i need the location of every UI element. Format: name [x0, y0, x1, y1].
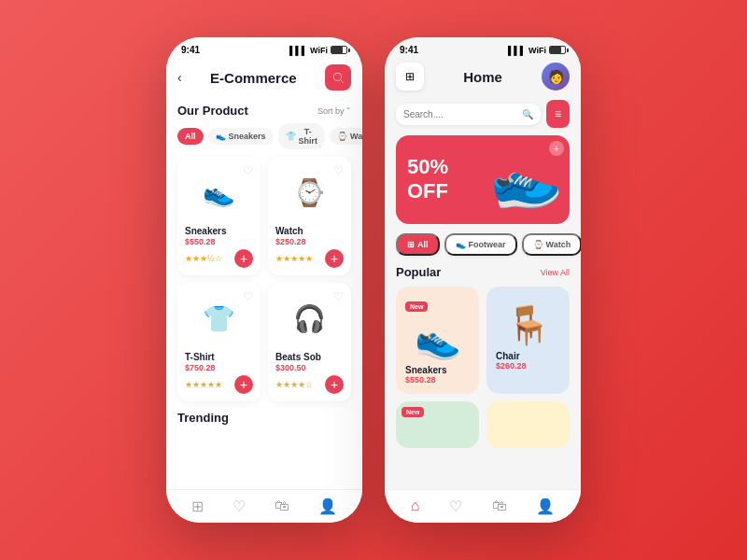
user-avatar[interactable]: 🧑 [542, 63, 570, 91]
watch-add-button[interactable]: + [325, 249, 344, 268]
search-icon [331, 71, 345, 84]
tshirt-name: T-Shirt [185, 352, 253, 362]
promo-percent: 50% [407, 156, 448, 178]
sneakers-stars-row: ★★★½☆ + [185, 249, 253, 268]
nav-cart-left[interactable]: 🛍 [275, 497, 289, 515]
beats-add-button[interactable]: + [325, 375, 344, 394]
view-all-button[interactable]: View All [541, 268, 570, 277]
left-screen-content: Our Product Sort by ˅ All 👟 Sneakers 👕 T… [166, 96, 362, 489]
favorites-icon-left: ♡ [233, 497, 246, 515]
beats-name: Beats Sob [275, 352, 344, 362]
popular-sneakers-price: $550.28 [405, 375, 470, 385]
time-left: 9:41 [181, 45, 200, 55]
profile-icon-left: 👤 [318, 497, 337, 515]
wifi-icon-right: WiFi [529, 46, 546, 55]
product-card-watch: ♡ ⌚ Watch $250.28 ★★★★★ + [268, 157, 351, 275]
sneakers-tab-label: Sneakers [229, 132, 266, 141]
nav-profile-left[interactable]: 👤 [318, 497, 337, 515]
promo-off: OFF [407, 179, 448, 203]
beats-stars: ★★★★☆ [275, 380, 313, 389]
popular-chair-name: Chair [496, 351, 560, 361]
cart-icon-left: 🛍 [275, 497, 289, 514]
search-header-button[interactable] [325, 64, 351, 91]
filter-tab-all[interactable]: All [177, 128, 204, 145]
heart-beats[interactable]: ♡ [333, 290, 344, 303]
status-bar-right: 9:41 ▌▌▌ WiFi [385, 37, 581, 57]
nav-home-right[interactable]: ⌂ [411, 497, 420, 515]
nav-favorites-right[interactable]: ♡ [449, 497, 462, 515]
right-phone: 9:41 ▌▌▌ WiFi ⊞ Home 🧑 🔍 ≡ [385, 37, 581, 523]
product-card-beats: ♡ 🎧 Beats Sob $300.50 ★★★★☆ + [268, 283, 351, 401]
sneakers-stars: ★★★½☆ [185, 254, 222, 263]
cart-icon-right: 🛍 [492, 497, 507, 514]
search-input[interactable] [403, 109, 522, 119]
nav-profile-right[interactable]: 👤 [536, 497, 555, 515]
sort-by-label[interactable]: Sort by ˅ [317, 106, 351, 116]
battery-icon-right [549, 46, 566, 54]
favorites-icon-right: ♡ [449, 497, 462, 515]
heart-tshirt[interactable]: ♡ [243, 290, 253, 303]
filter-tab-tshirt[interactable]: 👕 T-Shirt [278, 123, 326, 149]
sneakers-name: Sneakers [185, 226, 253, 236]
heart-watch[interactable]: ♡ [333, 164, 344, 177]
left-page-title: E-Commerce [210, 70, 297, 86]
footwear-tab-icon: 👟 [456, 240, 466, 249]
status-icons-left: ▌▌▌ WiFi [289, 46, 347, 55]
filter-tab-watch[interactable]: ⌚ Watch [330, 128, 362, 145]
all-tab-grid-icon: ⊞ [407, 240, 415, 249]
watch-tab-label: Watch [350, 132, 362, 141]
filter-tabs: All 👟 Sneakers 👕 T-Shirt ⌚ Watch [177, 123, 351, 149]
right-bottom-nav: ⌂ ♡ 🛍 👤 [385, 489, 581, 523]
nav-home-left[interactable]: ⊞ [191, 497, 204, 515]
all-tab-label: All [417, 240, 429, 249]
tshirt-add-button[interactable]: + [234, 375, 253, 394]
watch-name: Watch [275, 226, 344, 236]
search-bar-row: 🔍 ≡ [396, 100, 570, 128]
right-header: ⊞ Home 🧑 [385, 57, 581, 94]
nav-cart-right[interactable]: 🛍 [492, 497, 507, 515]
cat-tab-all[interactable]: ⊞ All [396, 233, 440, 256]
product-card-tshirt: ♡ 👕 T-Shirt $750.28 ★★★★★ + [177, 283, 261, 401]
sneakers-price: $550.28 [185, 237, 253, 246]
nav-favorites-left[interactable]: ♡ [233, 497, 246, 515]
left-header: ‹ E-Commerce [166, 57, 362, 96]
grid-icon: ⊞ [405, 70, 415, 83]
tshirt-price: $750.28 [185, 363, 253, 372]
promo-banner: 50% OFF 👟 + [396, 135, 570, 224]
filter-tab-sneakers[interactable]: 👟 Sneakers [208, 128, 274, 145]
popular-sneakers-image: 👟 [405, 317, 470, 361]
right-page-title: Home [463, 69, 502, 85]
products-grid: ♡ 👟 Sneakers $550.28 ★★★½☆ + ♡ ⌚ Watch $… [177, 157, 351, 401]
more-cards: New [396, 401, 570, 448]
popular-grid: New 👟 Sneakers $550.28 🪑 Chair $260.28 [396, 287, 570, 394]
search-icon-right: 🔍 [522, 109, 533, 119]
svg-point-0 [333, 73, 341, 80]
cat-tab-watch[interactable]: ⌚ Watch [522, 233, 581, 256]
sneakers-tab-icon: 👟 [216, 132, 226, 141]
right-screen-content: 🔍 ≡ 50% OFF 👟 + ⊞ All 👟 Footwear [385, 94, 581, 489]
status-bar-left: 9:41 ▌▌▌ WiFi [166, 37, 362, 57]
watch-price: $250.28 [275, 237, 344, 246]
cat-tab-footwear[interactable]: 👟 Footwear [444, 233, 517, 256]
trending-title: Trending [177, 411, 351, 425]
signal-icon-right: ▌▌▌ [508, 46, 526, 55]
watch-stars-row: ★★★★★ + [275, 249, 344, 268]
back-button[interactable]: ‹ [177, 70, 182, 85]
watch-stars: ★★★★★ [275, 254, 313, 263]
tshirt-tab-icon: 👕 [286, 132, 296, 141]
promo-plus-button[interactable]: + [549, 141, 564, 156]
filter-button[interactable]: ≡ [546, 100, 570, 128]
home-icon-left: ⊞ [191, 497, 204, 515]
watch-cat-label: Watch [546, 240, 571, 249]
sneakers-add-button[interactable]: + [234, 249, 253, 268]
popular-header: Popular View All [396, 265, 570, 279]
grid-icon-button[interactable]: ⊞ [396, 63, 424, 91]
watch-cat-icon: ⌚ [533, 240, 543, 249]
home-icon-right: ⌂ [411, 497, 420, 514]
tshirt-stars-row: ★★★★★ + [185, 375, 253, 394]
tshirt-tab-label: T-Shirt [299, 127, 318, 146]
section-header: Our Product Sort by ˅ [177, 104, 351, 118]
popular-sneakers-name: Sneakers [405, 365, 470, 375]
heart-sneakers[interactable]: ♡ [243, 164, 253, 177]
left-phone: 9:41 ▌▌▌ WiFi ‹ E-Commerce Our Product S… [166, 37, 362, 523]
